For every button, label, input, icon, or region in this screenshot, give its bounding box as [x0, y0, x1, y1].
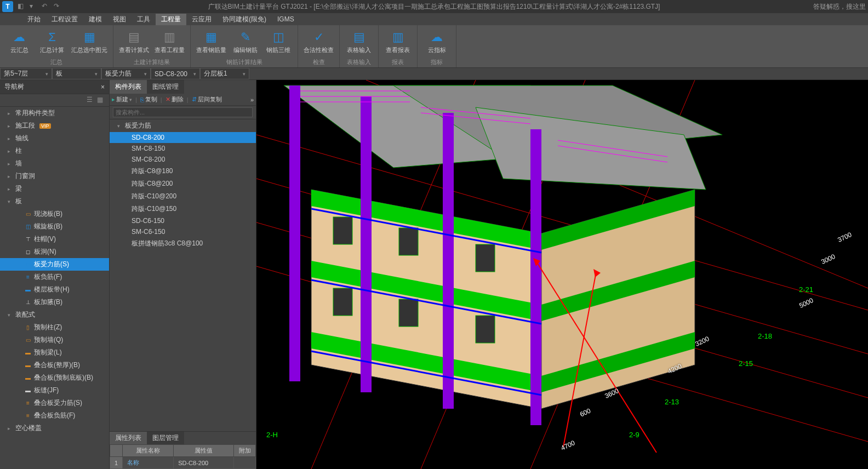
tree-item-child[interactable]: ▬预制梁(L): [0, 346, 109, 359]
component-item[interactable]: 板拼缝钢筋3c8 C8@100: [110, 237, 256, 250]
tree-item-child[interactable]: ▬叠合板(预制底板)(B): [0, 371, 109, 384]
menu-item[interactable]: 工具: [132, 14, 156, 25]
tree-item[interactable]: ▸墙: [0, 157, 109, 170]
tree-item[interactable]: ▸轴线: [0, 132, 109, 145]
component-item[interactable]: 跨版-C8@180: [110, 165, 256, 178]
tree-item-child[interactable]: ◻板洞(N): [0, 245, 109, 258]
search-box: [110, 106, 256, 119]
tree-item-label: 施工段: [15, 121, 35, 130]
ribbon-button[interactable]: ☁云指标: [423, 30, 450, 54]
ribbon-label: 表格输入: [347, 46, 371, 54]
close-icon[interactable]: ×: [101, 83, 105, 91]
ribbon-group: ▤表格输入表格输入: [340, 25, 379, 67]
selector-dropdown[interactable]: 第5~7层▾: [0, 68, 52, 79]
menu-item[interactable]: 视图: [107, 14, 132, 25]
prop-extra[interactable]: [234, 457, 256, 469]
selector-dropdown[interactable]: SD-C8-200▾: [151, 68, 200, 79]
qat-btn[interactable]: ↶: [42, 2, 50, 11]
svg-rect-27: [399, 299, 418, 327]
comp-list-header[interactable]: ▾ 板受力筋: [110, 119, 256, 132]
tree-item-child[interactable]: ◫螺旋板(B): [0, 220, 109, 233]
tree-item-child[interactable]: ▬楼层板带(H): [0, 283, 109, 296]
component-item[interactable]: SD-C8-200: [110, 132, 256, 143]
list-view-icon[interactable]: ☰: [87, 96, 95, 105]
tree-item[interactable]: ▸常用构件类型: [0, 107, 109, 119]
tree-item-child[interactable]: ⊥板加腋(B): [0, 296, 109, 308]
ribbon-button[interactable]: ▦查看钢筋量: [196, 30, 226, 54]
tree-item[interactable]: ▸梁: [0, 182, 109, 195]
ribbon-button[interactable]: ☁云汇总: [5, 30, 33, 54]
tree-toggle-icon: ▸: [8, 123, 13, 129]
component-tab[interactable]: 图纸管理: [147, 80, 184, 94]
component-item[interactable]: 跨版-C10@150: [110, 203, 256, 215]
selector-dropdown[interactable]: 板▾: [52, 68, 101, 79]
tree-item-child[interactable]: ≡板受力筋(S): [0, 258, 109, 271]
viewport-3d[interactable]: 2-212-182-152-132-92-H 37003000500032004…: [256, 80, 868, 469]
vip-badge: VIP: [39, 123, 51, 129]
ribbon-button[interactable]: ▤表格输入: [345, 30, 373, 54]
menu-item[interactable]: 开始: [22, 14, 46, 25]
component-item[interactable]: SM-C6-150: [110, 226, 256, 237]
ribbon-button[interactable]: ✓合法性检查: [304, 30, 334, 54]
selector-dropdown[interactable]: 分层板1▾: [200, 68, 249, 79]
toolbar-button[interactable]: ✕删除: [165, 95, 184, 104]
toolbar-button[interactable]: ⎘复制: [140, 95, 157, 104]
menu-item[interactable]: IGMS: [272, 14, 300, 24]
group-label: 土建计算结果: [119, 58, 185, 67]
toolbar-button[interactable]: ⇵层间复制: [192, 95, 222, 104]
ribbon-button[interactable]: ◫钢筋三维: [265, 30, 292, 54]
component-item[interactable]: SD-C6-150: [110, 215, 256, 226]
tree-item-child[interactable]: ≡叠合板受力筋(S): [0, 397, 109, 409]
ribbon-button[interactable]: ▤查看计算式: [119, 30, 149, 54]
tree-item-child[interactable]: ⊤柱帽(V): [0, 233, 109, 245]
ribbon-icon: ▤: [351, 30, 367, 45]
grid-view-icon[interactable]: ▦: [97, 96, 106, 105]
ribbon-button[interactable]: ▥查看报表: [384, 30, 412, 54]
tree-item-child[interactable]: ≡叠合板负筋(F): [0, 409, 109, 422]
component-item[interactable]: SM-C8-200: [110, 154, 256, 165]
tree-item-child[interactable]: ▬板缝(JF): [0, 384, 109, 397]
ribbon-button[interactable]: ✎编辑钢筋: [232, 30, 259, 54]
component-item[interactable]: 跨版-C10@200: [110, 190, 256, 203]
menu-item[interactable]: 云应用: [186, 14, 217, 25]
ribbon-button[interactable]: Σ汇总计算: [38, 30, 66, 54]
qat-btn[interactable]: ◧: [18, 2, 26, 11]
menu-item[interactable]: 工程量: [156, 14, 186, 25]
component-item[interactable]: 跨版-C8@200: [110, 178, 256, 190]
tree-item-child[interactable]: ≡板负筋(F): [0, 271, 109, 283]
property-tabs: 属性列表图层管理: [110, 432, 256, 444]
tree-item[interactable]: ▾装配式: [0, 308, 109, 321]
tree-item-label: 门窗洞: [15, 171, 35, 181]
ribbon-button[interactable]: ▥查看工程量: [155, 30, 185, 54]
ribbon-label: 编辑钢筋: [233, 46, 258, 54]
qat-btn[interactable]: ▾: [30, 2, 38, 11]
tree-item-child[interactable]: ▯预制柱(Z): [0, 321, 109, 334]
tree-item[interactable]: ▸门窗洞: [0, 170, 109, 182]
app-icon[interactable]: T: [2, 1, 13, 12]
tree-item-child[interactable]: ▬叠合板(整厚)(B): [0, 359, 109, 371]
tree-item[interactable]: ▸空心楼盖: [0, 422, 109, 434]
more-button[interactable]: »: [250, 96, 254, 103]
ribbon-button[interactable]: ▦汇总选中图元: [71, 30, 107, 54]
search-input[interactable]: [113, 107, 253, 117]
component-tab[interactable]: 构件列表: [110, 80, 147, 94]
tree-item[interactable]: ▸施工段VIP: [0, 119, 109, 132]
tree-item-child[interactable]: ▭现浇板(B): [0, 208, 109, 220]
tree-item-child[interactable]: ▭预制墙(Q): [0, 334, 109, 346]
menu-item[interactable]: 协同建模(限免): [217, 14, 272, 25]
menu-item[interactable]: 建模: [83, 14, 107, 25]
selector-dropdown[interactable]: 板受力筋▾: [101, 68, 151, 79]
toolbar-button[interactable]: ▸新建 ▾: [112, 95, 132, 104]
help-link[interactable]: 答疑解惑，搜这里: [813, 2, 866, 12]
menu-item[interactable]: 工程设置: [46, 14, 83, 25]
qat-btn[interactable]: ↷: [54, 2, 62, 11]
property-tab[interactable]: 属性列表: [110, 432, 147, 444]
tree-toggle-icon: ▸: [8, 148, 13, 154]
tree-item[interactable]: ▾板: [0, 195, 109, 208]
property-tab[interactable]: 图层管理: [147, 432, 184, 444]
component-item[interactable]: SM-C8-150: [110, 143, 256, 154]
prop-value[interactable]: SD-C8-200: [174, 457, 234, 469]
column-header: 属性值: [174, 445, 234, 457]
tree-item[interactable]: ▸柱: [0, 145, 109, 157]
table-row[interactable]: 1 名称 SD-C8-200: [110, 457, 256, 469]
